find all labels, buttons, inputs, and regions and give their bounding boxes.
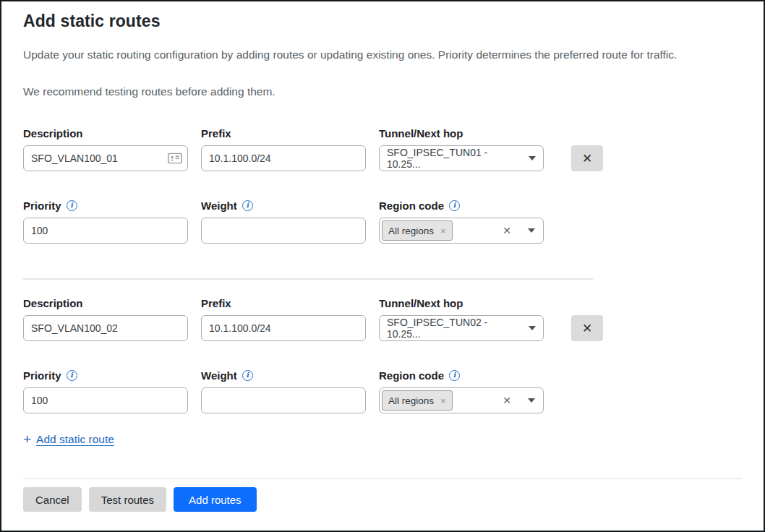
add-static-route-link[interactable]: + Add static route — [23, 432, 114, 446]
chip-remove-icon[interactable]: × — [440, 396, 446, 406]
clear-icon[interactable]: ✕ — [503, 226, 511, 236]
info-icon[interactable]: i — [67, 200, 77, 211]
description-label: Description — [23, 296, 188, 309]
weight-field-2: Weight i — [201, 369, 366, 413]
region-chip-label: All regions — [388, 226, 434, 236]
region-code-multiselect[interactable]: All regions × ✕ — [379, 218, 544, 244]
info-icon[interactable]: i — [449, 370, 460, 381]
priority-label: Priority i — [23, 199, 188, 212]
region-code-label: Region code i — [379, 199, 544, 212]
plus-icon: + — [23, 432, 31, 446]
chevron-down-icon — [529, 156, 536, 160]
remove-route-button[interactable]: ✕ — [571, 145, 603, 171]
chevron-down-icon — [528, 398, 535, 403]
tunnel-label: Tunnel/Next hop — [379, 126, 544, 140]
tunnel-selected-value: SFO_IPSEC_TUN01 - 10.25... — [387, 147, 523, 170]
tunnel-next-hop-select[interactable]: SFO_IPSEC_TUN01 - 10.25... — [379, 145, 544, 171]
tunnel-label: Tunnel/Next hop — [379, 296, 544, 309]
tunnel-field-2: Tunnel/Next hop SFO_IPSEC_TUN02 - 10.25.… — [379, 296, 544, 341]
weight-label: Weight i — [201, 369, 366, 382]
description-field-2: Description — [23, 296, 188, 341]
chevron-down-icon — [528, 228, 535, 233]
contact-card-icon — [168, 153, 182, 164]
priority-input[interactable] — [23, 387, 188, 413]
prefix-input[interactable] — [201, 315, 366, 341]
weight-field-1: Weight i — [201, 199, 366, 244]
add-static-routes-dialog: Add static routes Update your static rou… — [0, 0, 765, 532]
priority-label: Priority i — [23, 369, 188, 382]
region-code-label: Region code i — [379, 369, 544, 382]
priority-field-1: Priority i — [23, 199, 188, 244]
weight-input[interactable] — [201, 387, 366, 413]
clear-icon[interactable]: ✕ — [503, 395, 511, 406]
prefix-field-1: Prefix — [201, 126, 366, 171]
info-icon[interactable]: i — [67, 370, 77, 381]
info-icon[interactable]: i — [449, 200, 460, 211]
prefix-field-2: Prefix — [201, 296, 366, 341]
priority-field-2: Priority i — [23, 369, 188, 413]
weight-input[interactable] — [201, 218, 366, 244]
chevron-down-icon — [529, 326, 536, 330]
close-icon: ✕ — [582, 322, 592, 335]
weight-label: Weight i — [201, 199, 366, 212]
tunnel-field-1: Tunnel/Next hop SFO_IPSEC_TUN01 - 10.25.… — [379, 126, 544, 171]
description-field-1: Description — [23, 126, 188, 171]
dialog-footer: Cancel Test routes Add routes — [23, 478, 742, 512]
info-icon[interactable]: i — [242, 200, 253, 211]
description-input[interactable] — [23, 145, 188, 171]
dialog-recommendation: We recommend testing routes before addin… — [23, 84, 742, 99]
route-entry-2: Description Prefix Tunnel/Next hop SFO_I… — [23, 296, 742, 413]
description-label: Description — [23, 126, 188, 140]
region-chip-label: All regions — [388, 395, 434, 406]
region-chip: All regions × — [382, 220, 453, 241]
remove-route-button[interactable]: ✕ — [571, 315, 603, 341]
add-routes-button[interactable]: Add routes — [174, 487, 257, 512]
priority-input[interactable] — [23, 218, 188, 244]
page-title: Add static routes — [23, 12, 742, 31]
tunnel-next-hop-select[interactable]: SFO_IPSEC_TUN02 - 10.25... — [379, 315, 544, 341]
dialog-description: Update your static routing configuration… — [23, 47, 742, 62]
cancel-button[interactable]: Cancel — [23, 487, 82, 512]
region-chip: All regions × — [382, 390, 453, 411]
footer-divider — [23, 478, 742, 479]
info-icon[interactable]: i — [242, 370, 253, 381]
region-code-multiselect[interactable]: All regions × ✕ — [379, 387, 544, 413]
close-icon: ✕ — [582, 153, 592, 165]
test-routes-button[interactable]: Test routes — [89, 487, 166, 512]
tunnel-selected-value: SFO_IPSEC_TUN02 - 10.25... — [387, 317, 523, 340]
description-input[interactable] — [23, 315, 188, 341]
prefix-label: Prefix — [201, 126, 366, 140]
region-field-2: Region code i All regions × ✕ — [379, 369, 544, 413]
region-field-1: Region code i All regions × ✕ — [379, 199, 544, 244]
route-divider — [23, 278, 593, 280]
prefix-input[interactable] — [201, 145, 366, 171]
add-static-route-link-label: Add static route — [36, 433, 114, 446]
chip-remove-icon[interactable]: × — [440, 226, 446, 236]
prefix-label: Prefix — [201, 296, 366, 309]
route-entry-1: Description — [23, 126, 742, 244]
